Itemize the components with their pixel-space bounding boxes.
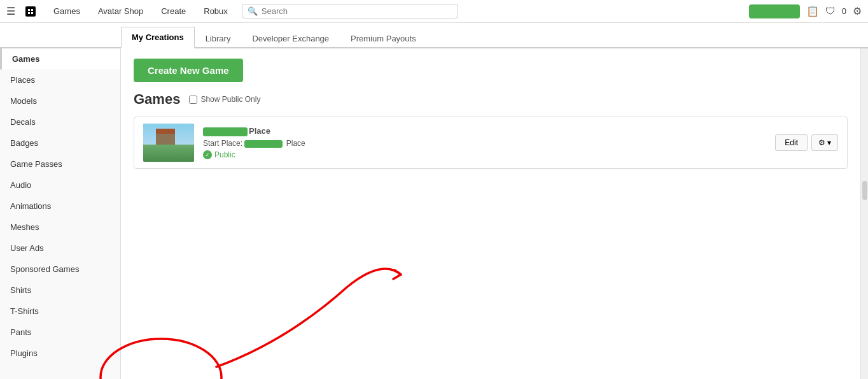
game-actions: Edit ⚙ ▾ [775,134,838,151]
game-name-suffix: Place [249,126,270,136]
show-public-only-text: Show Public Only [200,95,260,104]
settings-icon[interactable]: ⚙ [853,5,862,17]
edit-button[interactable]: Edit [775,134,808,151]
start-place-suffix: Place [286,139,305,148]
main-layout: Games Places Models Decals Badges Game P… [0,48,868,379]
svg-rect-0 [25,6,36,17]
sidebar-item-user-ads[interactable]: User Ads [0,238,120,259]
shield-icon[interactable]: 🛡 [825,6,836,17]
game-start-place: Start Place: Place [203,139,766,148]
game-thumbnail [143,124,194,162]
show-public-only-checkbox[interactable] [189,96,197,104]
nav-robux[interactable]: Robux [196,4,235,18]
nav-avatar-shop[interactable]: Avatar Shop [90,4,151,18]
nav-links: Games Avatar Shop Create Robux [46,4,235,18]
svg-rect-4 [31,12,33,14]
tab-library[interactable]: Library [195,28,242,48]
sidebar-item-models[interactable]: Models [0,90,120,111]
sidebar-item-audio[interactable]: Audio [0,175,120,196]
game-name: Place [203,126,766,136]
sidebar: Games Places Models Decals Badges Game P… [0,48,121,379]
top-nav: ☰ Games Avatar Shop Create Robux 🔍 📋 🛡 0… [0,0,868,23]
gear-icon: ⚙ [818,138,825,147]
public-icon: ✓ [203,150,212,159]
hamburger-icon[interactable]: ☰ [6,5,15,17]
start-place-redacted [244,140,283,148]
sidebar-item-animations[interactable]: Animations [0,196,120,217]
chat-icon[interactable]: 📋 [806,5,819,17]
sidebar-item-badges[interactable]: Badges [0,132,120,154]
sidebar-item-games[interactable]: Games [0,48,120,69]
tabs-bar: My Creations Library Developer Exchange … [0,23,868,48]
search-icon: 🔍 [248,6,258,16]
svg-rect-3 [28,12,30,14]
nav-games[interactable]: Games [46,4,88,18]
tab-my-creations[interactable]: My Creations [121,27,195,48]
scrollbar-thumb [862,181,867,200]
sidebar-item-sponsored-games[interactable]: Sponsored Games [0,259,120,280]
games-heading-row: Games Show Public Only [134,91,848,108]
search-input[interactable] [262,6,452,16]
game-info: Place Start Place: Place ✓ Public [203,126,766,159]
right-scrollbar[interactable] [860,48,868,379]
svg-rect-2 [31,9,33,11]
sidebar-item-places[interactable]: Places [0,69,120,90]
nav-create[interactable]: Create [153,4,193,18]
robux-count: 0 [842,6,846,16]
show-public-only-label[interactable]: Show Public Only [189,95,260,104]
roblox-logo[interactable] [22,3,39,20]
sidebar-item-pants[interactable]: Pants [0,322,120,343]
public-label: Public [214,150,235,159]
dropdown-chevron-icon: ▾ [827,138,831,147]
search-bar[interactable]: 🔍 [242,4,458,18]
game-public-status: ✓ Public [203,150,766,159]
content-area: Create New Game Games Show Public Only P… [121,48,860,379]
sidebar-item-shirts[interactable]: Shirts [0,280,120,301]
game-gear-button[interactable]: ⚙ ▾ [811,134,838,151]
create-new-game-button[interactable]: Create New Game [134,59,243,82]
games-heading: Games [134,91,180,108]
user-balance-bar[interactable] [749,4,800,18]
tab-premium-payouts[interactable]: Premium Payouts [340,28,427,48]
game-name-redacted [203,127,248,136]
sidebar-item-plugins[interactable]: Plugins [0,343,120,364]
sidebar-item-game-passes[interactable]: Game Passes [0,154,120,175]
sidebar-item-meshes[interactable]: Meshes [0,217,120,238]
sidebar-item-decals[interactable]: Decals [0,111,120,132]
svg-rect-1 [28,9,30,11]
start-place-label: Start Place: [203,139,242,148]
game-card: Place Start Place: Place ✓ Public Edit ⚙… [134,117,848,169]
tab-developer-exchange[interactable]: Developer Exchange [241,28,340,48]
sidebar-item-t-shirts[interactable]: T-Shirts [0,301,120,322]
nav-right: 📋 🛡 0 ⚙ [749,4,862,18]
